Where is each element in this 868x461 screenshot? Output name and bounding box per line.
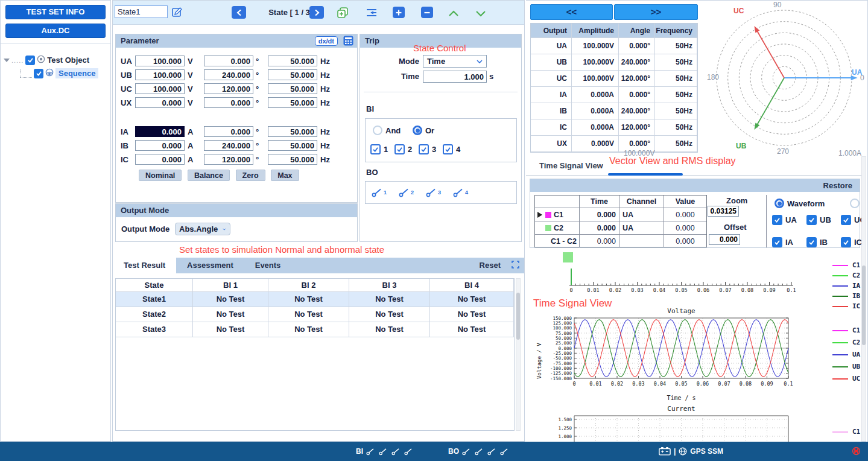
sequence-checkbox[interactable] — [34, 69, 43, 78]
ub-checkbox[interactable] — [806, 215, 817, 225]
bi-check-3[interactable]: 3 — [419, 144, 436, 154]
bo-switch-2[interactable]: 2 — [399, 186, 414, 199]
tree-item-sequence[interactable]: Sequence — [14, 68, 98, 78]
ib-angle-input[interactable] — [204, 140, 253, 151]
tree-label-sequence[interactable]: Sequence — [55, 68, 98, 78]
channel-ua[interactable]: UA — [772, 215, 797, 225]
uc-angle-input[interactable] — [204, 83, 253, 94]
test-set-info-button[interactable]: TEST SET INFO — [5, 5, 106, 19]
network-status[interactable] — [852, 447, 861, 456]
trip-mode-select[interactable]: Time — [423, 55, 487, 68]
results-scrollbar[interactable] — [516, 278, 521, 431]
tab-assessment[interactable]: Assessment — [176, 258, 244, 273]
bi-4-switch-icon[interactable] — [404, 447, 414, 456]
rms-prev-button[interactable]: << — [530, 4, 613, 20]
table-row[interactable]: State1 No Test No Test No Test No Test — [116, 292, 514, 307]
ic-frequency-input[interactable] — [268, 154, 317, 165]
ib-checkbox[interactable] — [806, 237, 817, 247]
balance-button[interactable]: Balance — [188, 170, 230, 181]
uc-frequency-input[interactable] — [268, 83, 317, 94]
next-state-button[interactable] — [309, 6, 324, 19]
trip-time-input[interactable] — [423, 71, 487, 83]
uc-amplitude-input[interactable] — [135, 83, 185, 94]
right-scrollbar[interactable] — [861, 156, 866, 442]
and-radio[interactable] — [373, 126, 382, 135]
ib-frequency-input[interactable] — [268, 140, 317, 151]
channel-ia[interactable]: IA — [772, 237, 793, 247]
bi-1-switch-icon[interactable] — [366, 447, 376, 456]
ia-frequency-input[interactable] — [268, 126, 317, 137]
offset-input[interactable] — [709, 234, 740, 245]
cursor-handle[interactable] — [563, 252, 573, 262]
bo-2-switch-icon[interactable] — [475, 447, 484, 456]
current-chart[interactable]: 1.5001.2501.000 — [526, 413, 864, 442]
bi-2-checkbox[interactable] — [394, 144, 405, 154]
test-object-checkbox[interactable] — [25, 56, 35, 65]
output-mode-select[interactable]: Abs.Angle — [175, 223, 230, 235]
cursor-row-c1[interactable]: C1 0.000 UA 0.000 — [535, 208, 706, 221]
waveform-radio[interactable] — [775, 199, 784, 208]
ic-checkbox[interactable] — [841, 237, 851, 247]
bo-switch-3[interactable]: 3 — [426, 186, 441, 199]
bi-3-switch-icon[interactable] — [391, 447, 401, 456]
rename-state-button[interactable] — [171, 5, 184, 19]
bo-4-switch-icon[interactable] — [500, 447, 510, 456]
secondary-view-radio[interactable] — [850, 199, 860, 208]
ic-angle-input[interactable] — [204, 154, 253, 165]
tab-events[interactable]: Events — [244, 258, 292, 273]
reset-button[interactable]: Reset — [469, 258, 512, 273]
ux-angle-input[interactable] — [204, 97, 253, 108]
ux-amplitude-input[interactable] — [135, 97, 185, 108]
overview-axis[interactable]: 00.010.020.030.040.050.060.070.080.090.1 — [526, 264, 864, 299]
ub-angle-input[interactable] — [204, 69, 253, 80]
add-state-button[interactable] — [393, 7, 405, 18]
ia-checkbox[interactable] — [772, 237, 782, 247]
insert-state-button[interactable] — [365, 6, 378, 19]
bo-switch-4[interactable]: 4 — [453, 186, 468, 199]
copy-state-button[interactable] — [336, 6, 349, 19]
bo-3-switch-icon[interactable] — [487, 447, 497, 456]
bi-3-checkbox[interactable] — [419, 144, 429, 154]
rms-next-button[interactable]: >> — [614, 4, 698, 20]
state-name-input[interactable] — [115, 5, 168, 18]
ua-frequency-input[interactable] — [268, 56, 317, 66]
move-state-down-button[interactable] — [474, 7, 487, 20]
ub-frequency-input[interactable] — [268, 69, 317, 80]
tree-item-test-object[interactable]: ..... Test Object — [4, 55, 89, 65]
voltage-chart[interactable]: 150.000125.000100.00075.00050.00025.0000… — [526, 316, 864, 393]
bi-and-option[interactable]: And — [373, 126, 401, 135]
remove-state-button[interactable] — [421, 7, 433, 18]
bi-check-4[interactable]: 4 — [443, 144, 460, 154]
waveform-option[interactable]: Waveform — [775, 199, 825, 208]
scrollbar-thumb[interactable] — [516, 293, 520, 340]
ic-amplitude-input[interactable] — [135, 154, 185, 165]
dxdt-button[interactable]: dx/dt — [315, 36, 338, 46]
tree-collapse-icon[interactable] — [4, 59, 10, 62]
ua-angle-input[interactable] — [204, 56, 253, 66]
restore-button[interactable]: Restore — [823, 181, 852, 190]
ua-checkbox[interactable] — [772, 215, 782, 225]
channel-ub[interactable]: UB — [806, 215, 831, 225]
or-radio[interactable] — [413, 126, 422, 135]
ua-amplitude-input[interactable] — [135, 56, 185, 66]
aux-dc-button[interactable]: Aux.DC — [5, 24, 106, 38]
channel-ic[interactable]: IC — [841, 237, 862, 247]
bo-switch-1[interactable]: 1 — [372, 186, 387, 199]
bi-4-checkbox[interactable] — [443, 144, 453, 154]
scrollbar-thumb[interactable] — [862, 265, 866, 345]
ia-amplitude-input[interactable] — [135, 126, 185, 137]
max-button[interactable]: Max — [271, 170, 299, 181]
bi-1-checkbox[interactable] — [370, 144, 381, 154]
ub-amplitude-input[interactable] — [135, 69, 185, 80]
zero-button[interactable]: Zero — [236, 170, 265, 181]
channel-ib[interactable]: IB — [806, 237, 828, 247]
bi-check-2[interactable]: 2 — [394, 144, 412, 154]
bi-2-switch-icon[interactable] — [379, 447, 388, 456]
tab-time-signal-view[interactable]: Time Signal View — [539, 161, 603, 170]
bo-1-switch-icon[interactable] — [462, 447, 472, 456]
calculator-icon[interactable] — [343, 36, 353, 50]
expand-icon[interactable] — [512, 261, 519, 270]
cursor-row-c2[interactable]: C2 0.000 UA 0.000 — [535, 221, 706, 235]
tab-test-result[interactable]: Test Result — [113, 258, 176, 273]
ux-frequency-input[interactable] — [268, 97, 317, 108]
